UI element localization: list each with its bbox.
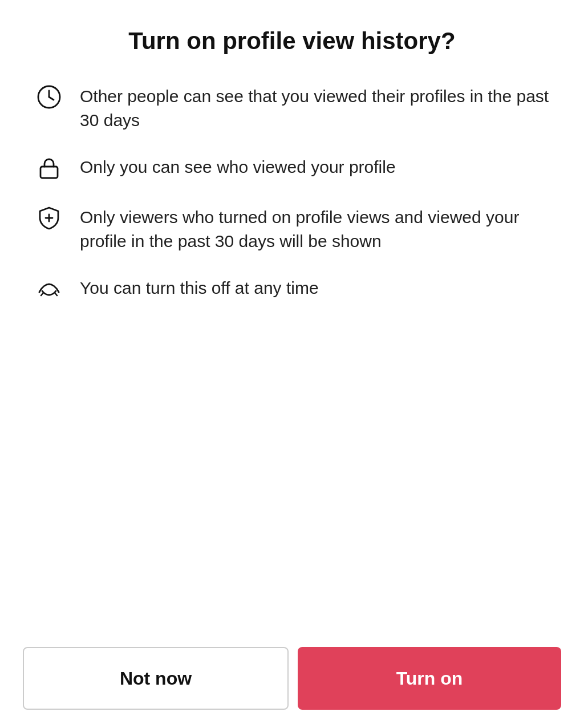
svg-rect-3 bbox=[40, 167, 58, 178]
not-now-button[interactable]: Not now bbox=[23, 647, 289, 710]
page-title: Turn on profile view history? bbox=[34, 27, 550, 55]
svg-line-2 bbox=[49, 97, 54, 100]
feature-item-eye-off: You can turn this off at any time bbox=[34, 274, 550, 304]
shield-icon bbox=[34, 203, 64, 233]
features-list: Other people can see that you viewed the… bbox=[34, 82, 550, 304]
eye-off-icon bbox=[34, 274, 64, 304]
lock-icon bbox=[34, 153, 64, 183]
turn-on-button[interactable]: Turn on bbox=[298, 647, 561, 710]
content-area: Turn on profile view history? Other peop… bbox=[0, 0, 584, 636]
feature-item-lock: Only you can see who viewed your profile bbox=[34, 153, 550, 183]
feature-text-shield: Only viewers who turned on profile views… bbox=[80, 203, 550, 253]
clock-icon bbox=[34, 82, 64, 112]
feature-text-clock: Other people can see that you viewed the… bbox=[80, 82, 550, 132]
feature-item-shield: Only viewers who turned on profile views… bbox=[34, 203, 550, 253]
feature-text-eye-off: You can turn this off at any time bbox=[80, 274, 319, 300]
svg-line-6 bbox=[41, 293, 43, 296]
feature-text-lock: Only you can see who viewed your profile bbox=[80, 153, 396, 179]
svg-line-7 bbox=[55, 293, 57, 296]
button-row: Not now Turn on bbox=[0, 636, 584, 728]
feature-item-clock: Other people can see that you viewed the… bbox=[34, 82, 550, 132]
spacer bbox=[34, 304, 550, 617]
